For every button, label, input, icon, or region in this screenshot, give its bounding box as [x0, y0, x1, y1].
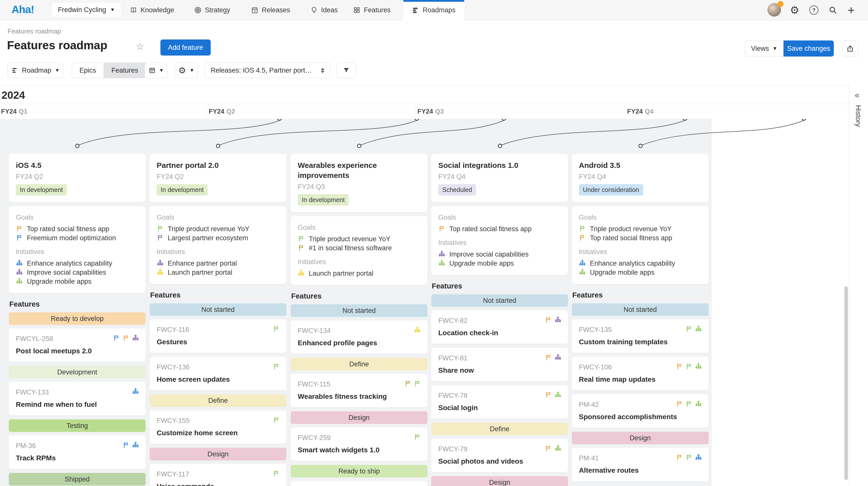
release-card[interactable]: Wearables experience improvements FY24 Q… — [291, 154, 428, 212]
initiative-row[interactable]: Upgrade mobile apps — [579, 268, 702, 277]
save-changes-button[interactable]: Save changes — [783, 40, 834, 57]
feature-card[interactable]: FWCY-106 Real time map updates — [572, 357, 709, 390]
settings-dropdown-button[interactable]: ⚙ ▼ — [175, 63, 198, 78]
initiative-icon — [157, 260, 164, 267]
vertical-scrollbar-thumb[interactable] — [844, 287, 848, 480]
initiative-row[interactable]: Improve social capabilities — [16, 268, 138, 277]
feature-card[interactable]: FWCY-155 Customize home screen — [150, 410, 286, 444]
goal-row[interactable]: Triple product revenue YoY — [579, 224, 702, 233]
feature-card[interactable]: FWCY-82 Location check-in — [431, 310, 568, 344]
aha-logo[interactable]: Aha! — [11, 3, 34, 15]
flag-icon — [676, 454, 683, 461]
initiative-row[interactable]: Launch partner portal — [298, 269, 421, 278]
initiative-row[interactable]: Enhance partner portal — [157, 259, 279, 268]
feature-card[interactable]: FWCY-133 Remind me when to fuel — [9, 382, 146, 415]
feature-card[interactable]: FWCYL-258 Post local meetups 2.0 — [9, 328, 146, 362]
release-card[interactable]: iOS 4.5 FY24 Q2 In development — [9, 154, 146, 202]
status-badge[interactable]: Under consideration — [579, 184, 643, 195]
feature-card[interactable]: PM-42 Sponsored accomplishments — [572, 394, 709, 428]
release-card[interactable]: Partner portal 2.0 FY24 Q2 In developmen… — [150, 154, 286, 202]
feature-icons — [414, 326, 421, 333]
feature-card[interactable]: FWCY-115 Wearables fitness tracking — [291, 374, 428, 407]
goal-row[interactable]: Freemium model optimization — [16, 233, 138, 242]
status-badge[interactable]: In development — [157, 184, 208, 195]
releases-calendar-icon — [251, 6, 258, 14]
flag-icon — [16, 234, 23, 241]
feature-id: FWCY-155 — [157, 417, 279, 425]
flag-icon — [122, 334, 129, 342]
history-panel-collapsed: « History — [849, 86, 868, 486]
features-heading: Features — [150, 291, 286, 299]
help-icon[interactable]: ? — [808, 4, 819, 15]
initiative-row[interactable]: Enhance analytics capability — [16, 259, 138, 268]
release-card[interactable]: Social integrations 1.0 FY24 Q4 Schedule… — [431, 154, 568, 202]
feature-card[interactable]: FWCY-81 Share now — [431, 348, 568, 381]
goal-row[interactable]: Top rated social fitness app — [438, 224, 561, 233]
history-panel-label[interactable]: History — [854, 105, 862, 127]
add-feature-button[interactable]: Add feature — [160, 39, 211, 56]
goal-label: Freemium model optimization — [27, 233, 116, 242]
settings-gear-icon[interactable]: ⚙ — [789, 4, 800, 15]
roadmap-type-button[interactable]: Roadmap ▼ — [7, 63, 63, 78]
feature-card[interactable]: FWCY-78 Social login — [431, 385, 568, 419]
nav-item-knowledge[interactable]: Knowledge — [130, 0, 174, 20]
status-badge[interactable]: Scheduled — [438, 184, 476, 195]
nav-label: Features — [364, 6, 391, 14]
nav-item-releases[interactable]: Releases — [251, 0, 290, 20]
initiative-label: Launch partner portal — [168, 268, 232, 277]
collapse-chevrons-icon[interactable]: « — [855, 90, 860, 100]
views-button[interactable]: Views ▼ — [745, 40, 783, 57]
share-export-button[interactable] — [842, 40, 859, 57]
feature-card[interactable]: PM-36 Track RPMs — [9, 435, 146, 469]
releases-filter-select[interactable]: Releases: iOS 4.5, Partner portal ... — [205, 63, 330, 78]
status-badge[interactable]: In development — [298, 194, 349, 205]
stage-banner: Design — [150, 448, 286, 460]
initiative-icon — [414, 326, 421, 333]
search-icon[interactable] — [827, 4, 838, 15]
flag-icon — [16, 225, 23, 232]
feature-card[interactable]: PM-41 Alternative routes — [572, 448, 709, 481]
feature-card[interactable]: FWCY-134 Enhanced profile pages — [291, 320, 428, 354]
stage-banner: Ready to develop — [9, 312, 146, 325]
timeline-year-band: 2024 — [0, 86, 849, 104]
goal-row[interactable]: Triple product revenue YoY — [157, 224, 279, 233]
feature-card[interactable]: FWCY-136 Home screen updates — [150, 357, 286, 390]
workspace-selector[interactable]: Fredwin Cycling ▼ — [52, 2, 121, 17]
initiative-row[interactable]: Upgrade mobile apps — [16, 277, 138, 286]
calendar-dropdown-button[interactable]: ▼ — [145, 63, 168, 78]
favorite-star-icon[interactable]: ☆ — [136, 41, 144, 52]
goal-row[interactable]: Largest partner ecosystem — [157, 233, 279, 242]
initiative-row[interactable]: Launch partner portal — [157, 268, 279, 277]
segment-features[interactable]: Features — [103, 63, 146, 78]
filter-button[interactable] — [336, 63, 356, 78]
nav-item-features[interactable]: Features — [353, 0, 391, 20]
initiative-row[interactable]: Enhance analytics capability — [579, 259, 702, 268]
add-plus-icon[interactable]: + — [846, 4, 857, 15]
goal-row[interactable]: Top rated social fitness app — [579, 233, 702, 242]
initiative-row[interactable]: Improve social capabilities — [438, 250, 561, 259]
feature-card[interactable]: FWCY-135 Custom training templates — [572, 319, 709, 353]
nav-item-ideas[interactable]: Ideas — [310, 0, 338, 20]
feature-card[interactable]: FWCY-116 Gestures — [150, 319, 286, 353]
goals-label: Goals — [16, 214, 138, 221]
flag-icon — [157, 234, 164, 241]
nav-item-roadmaps[interactable]: Roadmaps — [403, 0, 464, 21]
release-card[interactable]: Android 3.5 FY24 Q4 Under consideration — [572, 154, 709, 202]
goal-row[interactable]: Triple product revenue YoY — [298, 234, 421, 244]
segment-epics[interactable]: Epics — [72, 63, 103, 78]
feature-card[interactable]: FWCY-79 Social photos and videos — [431, 439, 568, 472]
goal-row[interactable]: Top rated social fitness app — [16, 224, 138, 233]
feature-card[interactable]: FWCY-117 Voice commands — [150, 464, 286, 486]
status-badge[interactable]: In development — [16, 184, 67, 195]
flag-icon — [545, 391, 552, 398]
feature-card[interactable]: FWCY-259 Smart watch widgets 1.0 — [291, 427, 428, 461]
breadcrumb[interactable]: Features roadmap — [7, 27, 61, 35]
flag-icon — [414, 433, 421, 441]
page-header: Features roadmap Features roadmap ☆ Add … — [0, 20, 868, 86]
release-column: Social integrations 1.0 FY24 Q4 Schedule… — [431, 154, 568, 486]
goal-label: Triple product revenue YoY — [309, 234, 391, 244]
initiative-row[interactable]: Upgrade mobile apps — [438, 259, 561, 268]
nav-item-strategy[interactable]: Strategy — [194, 0, 230, 20]
feature-card[interactable]: FWCY-111 Smart watch home screen — [291, 481, 428, 486]
goal-row[interactable]: #1 in social fitness software — [298, 244, 421, 253]
